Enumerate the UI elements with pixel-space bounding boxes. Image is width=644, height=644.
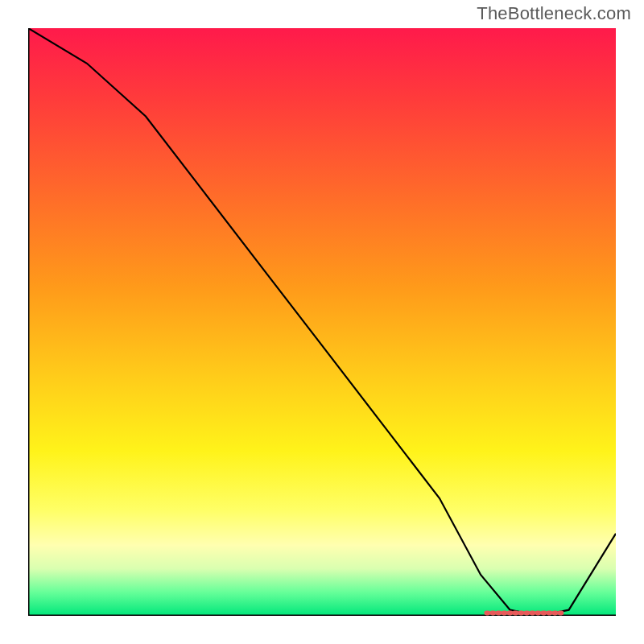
chart-container: TheBottleneck.com [0, 0, 644, 644]
watermark-text: TheBottleneck.com [477, 3, 631, 24]
gradient-background [28, 28, 616, 616]
plot-area [28, 28, 616, 616]
